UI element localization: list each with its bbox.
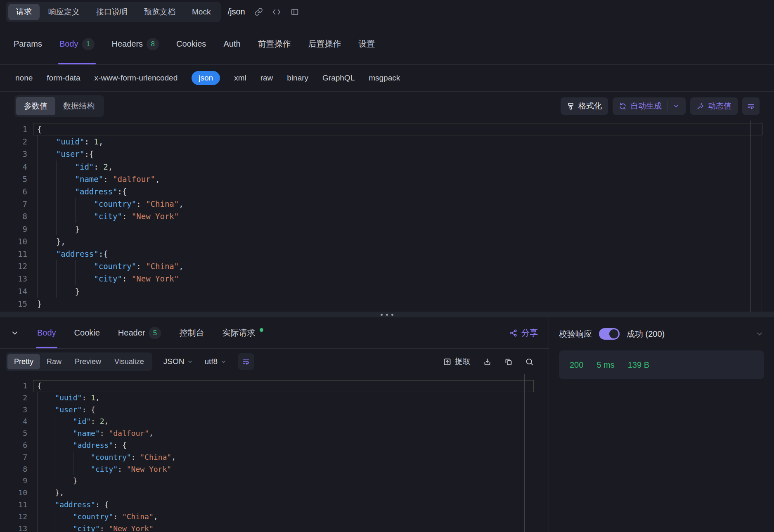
search-icon[interactable]	[525, 357, 534, 366]
line-number: 7	[0, 452, 27, 463]
download-icon[interactable]	[483, 357, 492, 366]
resp-tab-header[interactable]: Header5	[118, 317, 161, 348]
body-type-json[interactable]: json	[192, 71, 220, 85]
collapse-chevron-icon[interactable]	[11, 329, 19, 337]
split-panel-icon[interactable]	[290, 7, 299, 17]
word-wrap-button[interactable]	[742, 97, 760, 115]
tab-pre-operations[interactable]: 前置操作	[258, 24, 291, 64]
view-raw[interactable]: Raw	[40, 354, 68, 369]
tab-request[interactable]: 请求	[8, 4, 40, 20]
mode-data-structure[interactable]: 数据结构	[55, 97, 102, 115]
format-button[interactable]: 格式化	[561, 97, 608, 115]
doc-mode-tabs: 请求 响应定义 接口说明 预览文档 Mock	[6, 2, 221, 22]
code-line: 2 "uuid": 1,	[0, 392, 549, 404]
tab-headers[interactable]: Headers8	[112, 24, 159, 64]
code-text: "city": "New York"	[27, 210, 774, 222]
extract-button[interactable]: 提取	[443, 356, 471, 367]
indent-guide	[75, 210, 76, 222]
tab-preview-doc[interactable]: 预览文档	[136, 4, 183, 20]
indent-guide	[37, 428, 38, 440]
chevron-down-icon[interactable]	[755, 329, 764, 338]
code-line: 9 }	[0, 475, 549, 487]
resp-tab-actual-request-label: 实际请求	[222, 327, 255, 338]
code-text: "address":{	[27, 248, 774, 260]
status-code: 200	[570, 360, 583, 370]
link-icon[interactable]	[254, 7, 263, 16]
indent-guide	[75, 198, 76, 210]
tab-api-description[interactable]: 接口说明	[88, 4, 135, 20]
extract-label: 提取	[455, 356, 471, 367]
indent-guide	[37, 475, 38, 487]
resp-tab-cookie[interactable]: Cookie	[74, 317, 100, 348]
view-pretty[interactable]: Pretty	[7, 354, 40, 369]
share-button[interactable]: 分享	[509, 327, 538, 338]
format-select[interactable]: JSON	[163, 357, 194, 366]
code-line: 13 "city": "New York"	[0, 272, 774, 285]
body-type-raw[interactable]: raw	[260, 73, 273, 83]
indent-guide	[37, 210, 38, 222]
code-icon[interactable]	[272, 7, 281, 17]
tab-settings[interactable]: 设置	[359, 24, 375, 64]
view-preview[interactable]: Preview	[68, 354, 108, 369]
body-type-form-data[interactable]: form-data	[47, 73, 80, 83]
code-line: 14 }	[0, 285, 774, 298]
mode-parameter-value[interactable]: 参数值	[16, 97, 55, 115]
indent-guide	[37, 404, 38, 416]
panel-splitter[interactable]	[0, 312, 774, 317]
tab-params[interactable]: Params	[14, 24, 42, 64]
code-text: "uuid": 1,	[27, 392, 549, 404]
line-number: 4	[0, 161, 27, 173]
body-type-xml[interactable]: xml	[234, 73, 246, 83]
code-line: 6 "address": {	[0, 440, 549, 452]
tab-auth[interactable]: Auth	[223, 24, 240, 64]
encoding-select[interactable]: utf8	[204, 357, 227, 366]
chevron-down-icon[interactable]	[673, 103, 679, 109]
dynamic-value-button[interactable]: 动态值	[690, 97, 738, 115]
request-body-editor[interactable]: 1{2 "uuid": 1,3 "user":{4 "id": 2,5 "nam…	[0, 121, 774, 312]
indent-guide	[37, 173, 38, 185]
resp-tab-body[interactable]: Body	[37, 317, 56, 348]
auto-generate-button[interactable]: 自动生成	[613, 97, 686, 115]
tab-cookies[interactable]: Cookies	[176, 24, 206, 64]
copy-icon[interactable]	[504, 357, 513, 366]
indent-guide	[55, 475, 55, 487]
body-type-none[interactable]: none	[15, 73, 33, 83]
view-visualize[interactable]: Visualize	[108, 354, 151, 369]
code-line: 10 },	[0, 235, 774, 248]
topbar-actions	[254, 7, 299, 17]
code-line: 3 "user":{	[0, 148, 774, 160]
response-word-wrap-button[interactable]	[238, 353, 254, 370]
tab-body[interactable]: Body1	[59, 24, 95, 64]
code-text: "city": "New York"	[27, 463, 549, 475]
body-type-graphql[interactable]: GraphQL	[322, 73, 355, 83]
tab-post-operations[interactable]: 后置操作	[308, 24, 341, 64]
indent-guide	[37, 487, 38, 499]
line-number: 9	[0, 223, 27, 235]
indent-guide	[37, 523, 38, 532]
indent-guide	[55, 428, 55, 440]
headers-count-badge: 8	[147, 38, 159, 50]
code-text: }	[27, 475, 549, 487]
line-number: 8	[0, 210, 27, 222]
indent-guide	[75, 272, 76, 285]
endpoint-path: /json	[227, 7, 245, 17]
body-type-msgpack[interactable]: msgpack	[369, 73, 400, 83]
indent-guide	[37, 272, 38, 285]
code-line: 1{	[0, 123, 774, 135]
resp-tab-console[interactable]: 控制台	[179, 317, 204, 348]
code-line: 2 "uuid": 1,	[0, 135, 774, 148]
code-text: "address":{	[27, 185, 774, 198]
response-stats-card: 200 5 ms 139 B	[559, 350, 764, 379]
body-type-urlencoded[interactable]: x-www-form-urlencoded	[95, 73, 178, 83]
response-body-editor[interactable]: 1{2 "uuid": 1,3 "user": {4 "id": 2,5 "na…	[0, 374, 549, 532]
body-type-binary[interactable]: binary	[287, 73, 308, 83]
indent-guide	[56, 161, 57, 173]
tab-response-definition[interactable]: 响应定义	[40, 4, 88, 20]
tab-mock[interactable]: Mock	[184, 5, 218, 19]
code-line: 7 "country": "China",	[0, 198, 774, 210]
validate-response-toggle[interactable]	[599, 328, 620, 340]
resp-tab-actual-request[interactable]: 实际请求	[222, 317, 263, 348]
indent-guide	[56, 185, 57, 198]
line-number: 4	[0, 416, 27, 428]
code-text: "address": {	[27, 440, 549, 452]
